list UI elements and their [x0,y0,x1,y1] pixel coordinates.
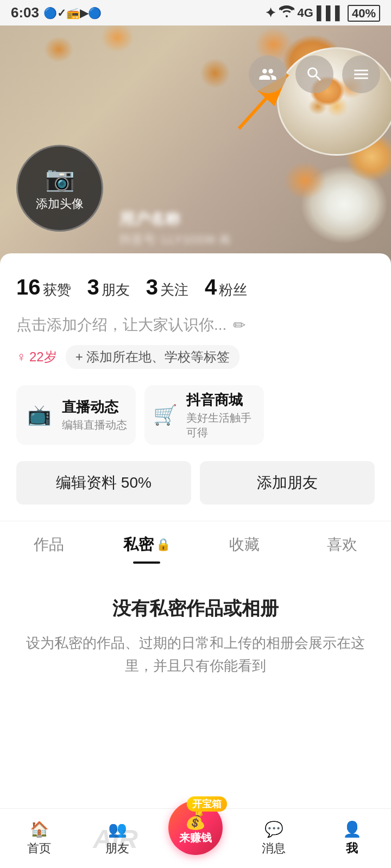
shop-card-title: 抖音商城 [186,391,255,410]
status-right: ✦ 4G ▌▌▌ 40% [265,5,380,21]
contacts-button[interactable] [249,55,287,93]
tab-likes[interactable]: 喜欢 [293,521,391,564]
nav-home-label: 首页 [27,840,51,857]
live-card-sub: 编辑直播动态 [62,418,127,432]
live-card-text: 直播动态 编辑直播动态 [62,398,127,432]
feature-card-shop[interactable]: 🛒 抖音商城 美好生活触手可得 [144,385,264,445]
tab-private[interactable]: 私密 🔒 [98,521,195,564]
likes-count: 16 [16,275,41,299]
add-tag-label: + 添加所在地、学校等标签 [75,348,230,366]
likes-label: 获赞 [43,280,71,299]
friends-icon: 👥 [108,820,127,838]
nav-messages[interactable]: 💬 消息 [235,820,313,857]
add-friend-button[interactable]: 添加朋友 [200,461,375,505]
edit-bio-icon[interactable]: ✏ [233,316,245,334]
shop-icon: 🛒 [153,401,178,429]
nav-earn[interactable]: 开宝箱 💰 来赚钱 [156,822,235,855]
search-button[interactable] [295,55,333,93]
profile-section: 16 获赞 3 朋友 3 关注 4 粉丝 点击添加介绍，让大家认识你... ✏ … [0,253,391,564]
empty-desc: 设为私密的作品、过期的日常和上传的相册会展示在这里，并且只有你能看到 [22,632,369,677]
nav-messages-label: 消息 [262,840,286,857]
status-bar: 6:03 🔵✓📻▶🔵 ✦ 4G ▌▌▌ 40% [0,0,391,25]
signal-bars: ▌▌▌ [317,5,344,21]
nav-me[interactable]: 👤 我 [313,820,391,857]
tags-row: ♀ 22岁 + 添加所在地、学校等标签 [16,340,375,380]
shop-card-text: 抖音商城 美好生活触手可得 [186,391,255,440]
earn-circle-label: 来赚钱 [179,831,212,845]
userid-display: 抖音号: LLY10336 画 [119,232,231,248]
nav-home[interactable]: 🏠 首页 [0,820,78,857]
home-icon: 🏠 [30,820,49,838]
live-card-title: 直播动态 [62,398,127,417]
nav-me-label: 我 [346,840,358,857]
wifi-icon [279,5,294,21]
signal-icon: 4G [298,6,313,20]
stat-followers[interactable]: 4 粉丝 [205,275,247,299]
stat-following[interactable]: 3 关注 [146,275,188,299]
edit-profile-button[interactable]: 编辑资料 50% [16,461,191,505]
camera-icon: 📷 [45,164,75,193]
bio-text: 点击添加介绍，让大家认识你... [16,315,226,335]
friends-label: 朋友 [102,280,130,299]
username-display: 用户名称 [119,209,231,229]
messages-icon: 💬 [264,820,283,838]
followers-label: 粉丝 [219,280,247,299]
cover-area: 📷 添加头像 用户名称 抖音号: LLY10336 画 [0,25,391,264]
battery-display: 40% [348,5,380,21]
nav-friends-label: 朋友 [105,840,129,857]
stats-row: 16 获赞 3 朋友 3 关注 4 粉丝 [16,270,375,310]
tabs-bar: 作品 私密 🔒 收藏 喜欢 [0,521,391,564]
tab-favorites[interactable]: 收藏 [195,521,293,564]
lock-icon: 🔒 [156,538,171,552]
add-tag-button[interactable]: + 添加所在地、学校等标签 [66,345,240,369]
live-icon: 📺 [25,401,53,429]
tab-works[interactable]: 作品 [0,521,98,564]
empty-state: 没有私密作品或相册 设为私密的作品、过期的日常和上传的相册会展示在这里，并且只有… [0,564,391,835]
bluetooth-icon: ✦ [265,5,276,21]
action-buttons: 编辑资料 50% 添加朋友 [16,456,375,515]
stat-likes[interactable]: 16 获赞 [16,275,71,299]
feature-cards: 📺 直播动态 编辑直播动态 🛒 抖音商城 美好生活触手可得 [16,380,375,456]
empty-title: 没有私密作品或相册 [22,596,369,621]
money-bag-icon: 💰 [185,810,206,831]
shop-card-sub: 美好生活触手可得 [186,411,255,440]
bottom-nav: 🏠 首页 👥 朋友 开宝箱 💰 来赚钱 💬 消息 👤 我 [0,808,391,868]
status-time: 6:03 🔵✓📻▶🔵 [11,4,102,21]
stat-friends[interactable]: 3 朋友 [87,275,130,299]
notification-icons: 🔵✓📻▶🔵 [43,7,102,20]
nav-friends[interactable]: 👥 朋友 [78,820,156,857]
header-icons [249,55,380,93]
avatar-circle[interactable]: 📷 添加头像 [16,145,103,232]
user-info-cover: 用户名称 抖音号: LLY10336 画 [119,209,231,248]
followers-count: 4 [205,275,217,299]
bio-row[interactable]: 点击添加介绍，让大家认识你... ✏ [16,310,375,340]
following-label: 关注 [160,280,188,299]
add-avatar-label: 添加头像 [36,196,84,212]
gender-icon: ♀ [16,349,26,365]
avatar-area[interactable]: 📷 添加头像 [16,145,103,232]
me-icon: 👤 [343,820,362,838]
earn-circle[interactable]: 开宝箱 💰 来赚钱 [168,801,223,855]
menu-button[interactable] [342,55,380,93]
age-label: 22岁 [29,348,57,366]
time-display: 6:03 [11,4,39,21]
gender-tag: ♀ 22岁 [16,348,57,366]
earn-badge: 开宝箱 [187,796,227,812]
feature-card-live[interactable]: 📺 直播动态 编辑直播动态 [16,385,136,445]
following-count: 3 [146,275,158,299]
friends-count: 3 [87,275,99,299]
